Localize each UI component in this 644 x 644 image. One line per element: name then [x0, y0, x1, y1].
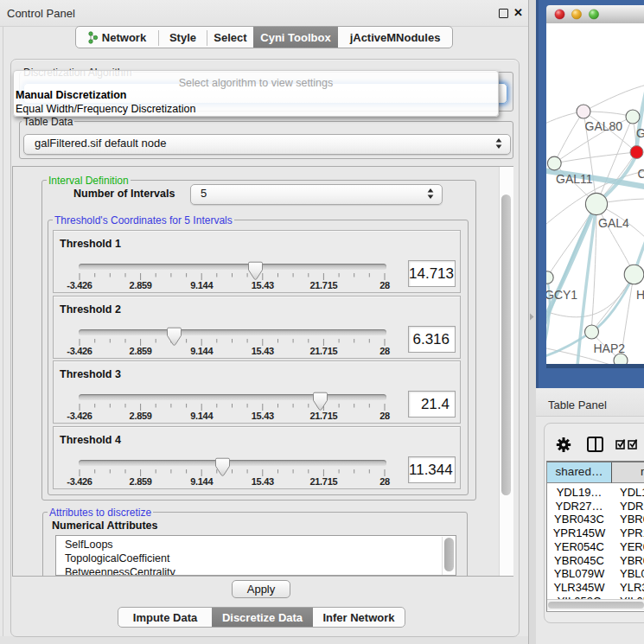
svg-text:HAP2: HAP2: [594, 341, 626, 355]
svg-text:GAL4: GAL4: [598, 216, 629, 230]
svg-text:HAP4: HAP4: [636, 288, 644, 302]
svg-text:GCY1: GCY1: [546, 288, 577, 302]
svg-text:GAL80: GAL80: [585, 119, 623, 133]
svg-text:GAL11: GAL11: [556, 172, 593, 186]
svg-text:GAL3: GAL3: [636, 126, 644, 140]
svg-text:CDC: CDC: [638, 167, 644, 181]
